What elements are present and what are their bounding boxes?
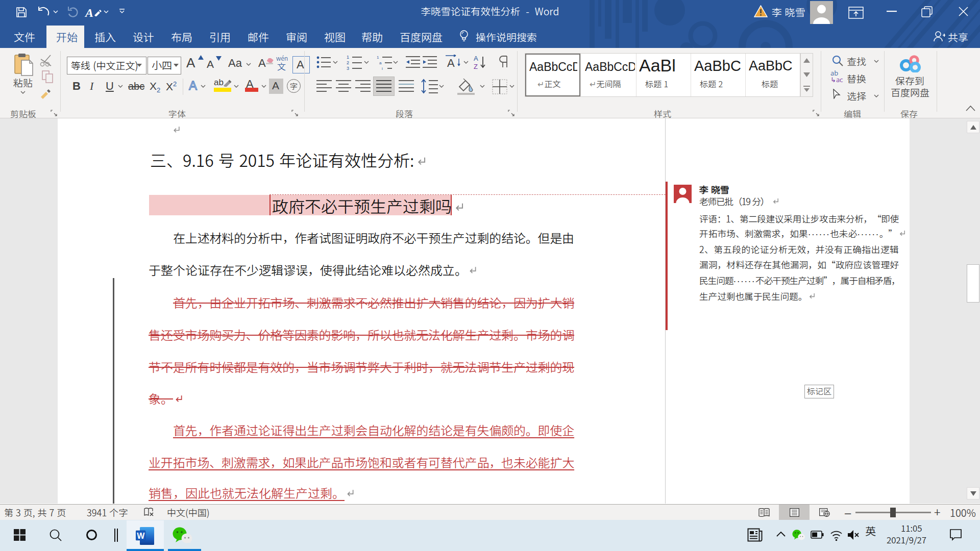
svg-text:2: 2	[347, 60, 349, 65]
svg-text:3: 3	[347, 66, 349, 70]
svg-text:a: a	[379, 61, 382, 65]
svg-text:Z: Z	[474, 63, 478, 70]
svg-text:W: W	[137, 532, 145, 540]
svg-text:A: A	[474, 55, 478, 62]
svg-text:1: 1	[347, 55, 349, 60]
svg-text:i: i	[382, 66, 383, 70]
svg-text:1: 1	[377, 55, 379, 60]
svg-text:A: A	[447, 57, 455, 69]
